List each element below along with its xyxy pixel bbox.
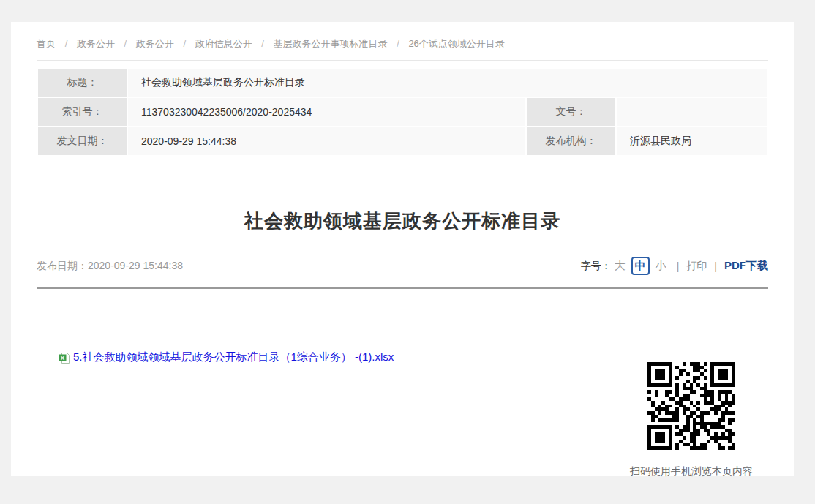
font-size-medium-button[interactable]: 中 xyxy=(631,257,650,275)
meta-label-issuing-org: 发布机构： xyxy=(527,127,615,155)
breadcrumb-link[interactable]: 基层政务公开事项标准目录 xyxy=(274,38,388,49)
breadcrumb-link[interactable]: 政务公开 xyxy=(77,38,115,49)
breadcrumb-link-current[interactable]: 26个试点领域公开目录 xyxy=(408,38,504,49)
breadcrumb-link[interactable]: 政务公开 xyxy=(136,38,174,49)
meta-value-doc-number xyxy=(617,98,767,126)
meta-label-doc-number: 文号： xyxy=(527,98,615,126)
meta-value-title: 社会救助领域基层政务公开标准目录 xyxy=(128,69,767,97)
table-row: 索引号： 113703230042235006/2020-2025434 文号： xyxy=(38,98,767,126)
font-size-large-button[interactable]: 大 xyxy=(615,259,626,273)
svg-text:X: X xyxy=(61,354,65,361)
publish-date-label: 发布日期： xyxy=(37,260,88,271)
breadcrumb-link[interactable]: 政府信息公开 xyxy=(195,38,252,49)
font-size-small-button[interactable]: 小 xyxy=(656,259,666,273)
attachment-row: X 5.社会救助领域领域基层政务公开标准目录（1综合业务） -(1).xlsx xyxy=(59,350,394,364)
breadcrumb: 首页 / 政务公开 / 政务公开 / 政府信息公开 / 基层政务公开事项标准目录… xyxy=(37,22,768,50)
page-title: 社会救助领域基层政务公开标准目录 xyxy=(37,208,768,234)
content-card: 首页 / 政务公开 / 政务公开 / 政府信息公开 / 基层政务公开事项标准目录… xyxy=(11,22,794,476)
meta-value-index-number: 113703230042235006/2020-2025434 xyxy=(128,98,525,126)
publish-date-value: 2020-09-29 15:44:38 xyxy=(88,260,183,271)
breadcrumb-separator: / xyxy=(124,38,127,49)
publish-date: 发布日期：2020-09-29 15:44:38 xyxy=(37,260,183,273)
print-button[interactable]: 打印 xyxy=(686,260,707,273)
controls-separator: | xyxy=(714,260,717,272)
breadcrumb-separator: / xyxy=(397,38,399,49)
breadcrumb-separator: / xyxy=(65,38,68,49)
qr-block: 扫码使用手机浏览本页内容 xyxy=(615,362,768,478)
table-row: 标题： 社会救助领域基层政务公开标准目录 xyxy=(38,69,767,97)
article-meta-line: 发布日期：2020-09-29 15:44:38 字号： 大 中 小 | 打印 … xyxy=(37,257,768,275)
font-size-label: 字号： xyxy=(581,260,612,273)
article-controls: 字号： 大 中 小 | 打印 | PDF下载 xyxy=(581,257,768,275)
meta-value-issue-date: 2020-09-29 15:44:38 xyxy=(128,127,525,155)
meta-value-issuing-org: 沂源县民政局 xyxy=(617,127,767,155)
meta-label-title: 标题： xyxy=(38,69,127,97)
controls-separator: | xyxy=(677,260,680,272)
document-meta-table: 标题： 社会救助领域基层政务公开标准目录 索引号： 11370323004223… xyxy=(37,67,768,157)
meta-label-index-number: 索引号： xyxy=(38,98,127,126)
table-row: 发文日期： 2020-09-29 15:44:38 发布机构： 沂源县民政局 xyxy=(38,127,767,155)
pdf-download-button[interactable]: PDF下载 xyxy=(724,259,768,273)
article-body: X 5.社会救助领域领域基层政务公开标准目录（1综合业务） -(1).xlsx … xyxy=(37,289,768,479)
breadcrumb-link-home[interactable]: 首页 xyxy=(37,38,56,49)
excel-file-icon: X xyxy=(59,352,70,364)
qr-code xyxy=(647,362,735,450)
breadcrumb-separator: / xyxy=(183,38,186,49)
breadcrumb-divider xyxy=(37,60,768,61)
meta-label-issue-date: 发文日期： xyxy=(38,127,127,155)
attachment-link[interactable]: 5.社会救助领域领域基层政务公开标准目录（1综合业务） -(1).xlsx xyxy=(73,350,394,364)
breadcrumb-separator: / xyxy=(261,38,264,49)
page: 首页 / 政务公开 / 政务公开 / 政府信息公开 / 基层政务公开事项标准目录… xyxy=(0,0,815,504)
qr-caption: 扫码使用手机浏览本页内容 xyxy=(615,465,768,478)
